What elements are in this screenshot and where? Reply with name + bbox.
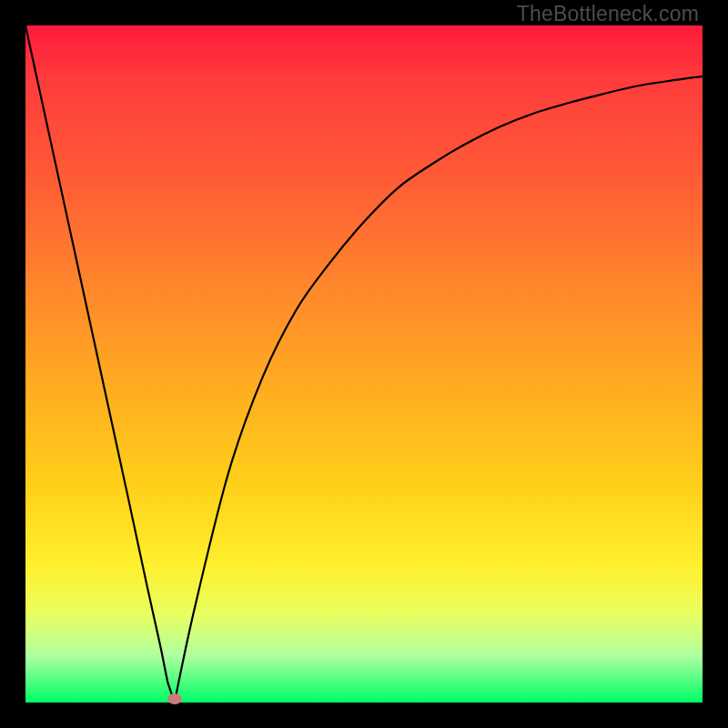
watermark-text: TheBottleneck.com bbox=[517, 2, 699, 26]
chart-frame: TheBottleneck.com bbox=[0, 0, 728, 728]
plot-area bbox=[25, 25, 703, 703]
bottleneck-curve bbox=[25, 25, 703, 703]
minimum-marker bbox=[167, 693, 182, 704]
